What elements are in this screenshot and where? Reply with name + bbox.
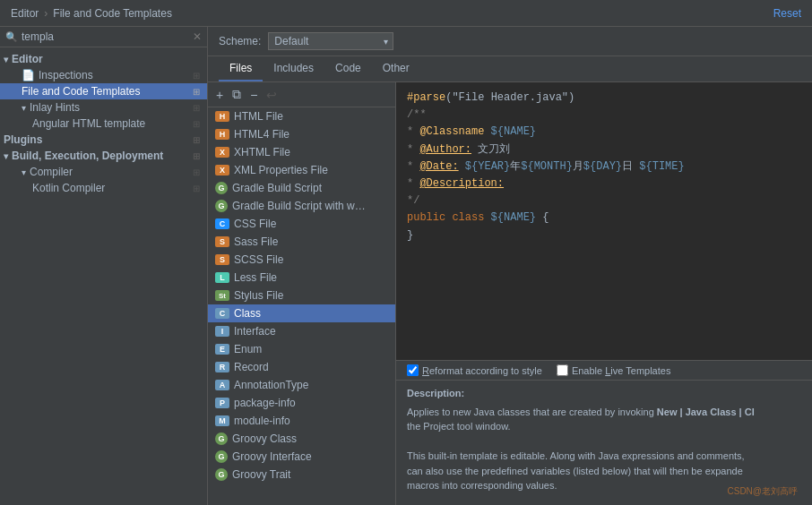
file-item-css[interactable]: C CSS File bbox=[208, 215, 395, 233]
code-date-ri: 日 bbox=[622, 160, 633, 173]
sidebar-plugins-label: Plugins bbox=[4, 133, 42, 146]
content-area: Scheme: Default Project Files Includes C… bbox=[208, 27, 812, 505]
icon-sass-file: S bbox=[215, 236, 229, 247]
file-item-gradle-wrapper[interactable]: G Gradle Build Script with wrappe... bbox=[208, 197, 395, 215]
icon-module-file: M bbox=[215, 415, 229, 426]
file-item-module-info[interactable]: M module-info bbox=[208, 412, 395, 430]
breadcrumb-separator: › bbox=[44, 7, 48, 20]
code-comment-star2: * bbox=[407, 143, 419, 156]
file-label-xml: XML Properties File bbox=[234, 164, 328, 176]
code-var-name1: ${NAME} bbox=[484, 125, 536, 138]
file-item-groovy-trait[interactable]: G Groovy Trait bbox=[208, 466, 395, 484]
code-annotation-classname: @Classname bbox=[419, 125, 484, 138]
sidebar-item-compiler[interactable]: ▾ Compiler ⊞ bbox=[0, 164, 207, 180]
sidebar-item-file-code-templates[interactable]: File and Code Templates ⊞ bbox=[0, 83, 207, 99]
file-item-html4[interactable]: H HTML4 File bbox=[208, 125, 395, 143]
file-toolbar: + ⧉ − ↩ bbox=[208, 82, 395, 107]
copy-file-button[interactable]: ⧉ bbox=[229, 86, 244, 103]
move-file-button[interactable]: ↩ bbox=[263, 87, 280, 103]
sidebar-inlay-label: Inlay Hints bbox=[30, 101, 80, 114]
file-item-annotation[interactable]: A AnnotationType bbox=[208, 376, 395, 394]
search-input[interactable] bbox=[22, 30, 189, 43]
file-item-package-info[interactable]: P package-info bbox=[208, 394, 395, 412]
icon-file-templates: ⊞ bbox=[193, 87, 200, 97]
icon-angular: ⊞ bbox=[193, 119, 200, 129]
icon-inspections: ⊞ bbox=[193, 71, 200, 81]
reformat-checkbox[interactable] bbox=[407, 364, 419, 376]
file-item-scss[interactable]: S SCSS File bbox=[208, 251, 395, 269]
file-label-gradle-wrapper: Gradle Build Script with wrappe... bbox=[232, 200, 367, 212]
code-editor[interactable]: #parse("File Header.java") /** * @Classn… bbox=[396, 82, 812, 360]
sidebar-item-editor[interactable]: ▾ Editor bbox=[0, 51, 207, 67]
sidebar-item-kotlin-compiler[interactable]: Kotlin Compiler ⊞ bbox=[0, 180, 207, 196]
file-label-xhtml: XHTML File bbox=[234, 146, 290, 158]
code-line-4: * @Author: 文刀刘 bbox=[407, 141, 801, 158]
icon-enum-file: E bbox=[215, 344, 229, 355]
file-label-record: Record bbox=[234, 361, 269, 373]
icon-less-file: L bbox=[215, 272, 229, 283]
tab-other[interactable]: Other bbox=[372, 56, 420, 81]
reformat-checkbox-wrap[interactable]: Reformat according to style bbox=[407, 364, 542, 376]
file-item-xml-props[interactable]: X XML Properties File bbox=[208, 161, 395, 179]
file-label-html4: HTML4 File bbox=[234, 128, 289, 141]
file-item-class[interactable]: C Class bbox=[208, 304, 395, 322]
code-var-month: ${MONTH} bbox=[521, 160, 573, 173]
file-label-less: Less File bbox=[234, 271, 277, 284]
file-item-gradle[interactable]: G Gradle Build Script bbox=[208, 179, 395, 197]
remove-file-button[interactable]: − bbox=[247, 87, 260, 103]
tab-files[interactable]: Files bbox=[219, 56, 263, 81]
sidebar-item-plugins[interactable]: Plugins ⊞ bbox=[0, 132, 207, 148]
live-templates-label: Enable Live Templates bbox=[572, 365, 671, 376]
icon-class-file: C bbox=[215, 308, 229, 319]
file-item-html[interactable]: H HTML File bbox=[208, 107, 395, 125]
icon-gradle-wrapper-file: G bbox=[215, 200, 228, 212]
page-icon-inspections: 📄 bbox=[22, 69, 35, 81]
file-item-record[interactable]: R Record bbox=[208, 358, 395, 376]
tab-includes[interactable]: Includes bbox=[263, 56, 324, 81]
scheme-row: Scheme: Default Project bbox=[208, 27, 812, 56]
sidebar-file-templates-label: File and Code Templates bbox=[22, 85, 141, 98]
file-label-sass: Sass File bbox=[234, 235, 278, 248]
icon-plugins: ⊞ bbox=[193, 135, 200, 145]
file-item-groovy-class[interactable]: G Groovy Class bbox=[208, 430, 395, 448]
add-file-button[interactable]: + bbox=[213, 87, 226, 103]
code-line-8: public class ${NAME} { bbox=[407, 210, 801, 227]
file-item-xhtml[interactable]: X XHTML File bbox=[208, 143, 395, 161]
tab-bar: Files Includes Code Other bbox=[208, 56, 812, 82]
code-line-7: */ bbox=[407, 193, 801, 210]
file-item-less[interactable]: L Less File bbox=[208, 269, 395, 287]
sidebar-item-angular-html[interactable]: Angular HTML template ⊞ bbox=[0, 116, 207, 132]
file-item-groovy-interface[interactable]: G Groovy Interface bbox=[208, 448, 395, 466]
file-item-interface[interactable]: I Interface bbox=[208, 322, 395, 340]
code-line-1: #parse("File Header.java") bbox=[407, 90, 801, 107]
file-item-enum[interactable]: E Enum bbox=[208, 340, 395, 358]
icon-css-file: C bbox=[215, 218, 229, 229]
description-area: Description: Applies to new Java classes… bbox=[396, 380, 812, 505]
icon-inlay: ⊞ bbox=[193, 103, 200, 113]
icon-build: ⊞ bbox=[193, 151, 200, 161]
reset-button[interactable]: Reset bbox=[773, 7, 801, 20]
sidebar-item-inlay-hints[interactable]: ▾ Inlay Hints ⊞ bbox=[0, 99, 207, 116]
code-line-5: * @Date: ${YEAR}年${MONTH}月${DAY}日 ${TIME… bbox=[407, 158, 801, 175]
code-comment-close: */ bbox=[407, 194, 419, 207]
breadcrumb-current: File and Code Templates bbox=[53, 7, 172, 20]
icon-html4-file: H bbox=[215, 129, 229, 140]
scheme-select[interactable]: Default Project bbox=[268, 32, 393, 50]
live-templates-checkbox[interactable] bbox=[557, 364, 568, 376]
sidebar-item-build-exec[interactable]: ▾ Build, Execution, Deployment ⊞ bbox=[0, 148, 207, 164]
description-title: Description: bbox=[407, 386, 801, 401]
clear-icon[interactable]: ✕ bbox=[193, 30, 202, 43]
tab-code[interactable]: Code bbox=[324, 56, 372, 81]
watermark-area: CSDN@老刘高呼 bbox=[728, 484, 799, 499]
file-item-stylus[interactable]: St Stylus File bbox=[208, 287, 395, 304]
code-comment-star3: * bbox=[407, 160, 419, 173]
file-item-sass[interactable]: S Sass File bbox=[208, 233, 395, 251]
main-layout: 🔍 ✕ ▾ Editor 📄 Inspections ⊞ File and Co… bbox=[0, 27, 812, 505]
file-label-groovy-interface: Groovy Interface bbox=[232, 450, 312, 463]
icon-interface-file: I bbox=[215, 326, 229, 337]
live-templates-checkbox-wrap[interactable]: Enable Live Templates bbox=[557, 364, 671, 376]
code-annotation-date: @Date: bbox=[419, 160, 458, 173]
sidebar-item-inspections[interactable]: 📄 Inspections ⊞ bbox=[0, 67, 207, 83]
sidebar-editor-label: Editor bbox=[12, 53, 43, 65]
search-icon: 🔍 bbox=[5, 31, 18, 43]
